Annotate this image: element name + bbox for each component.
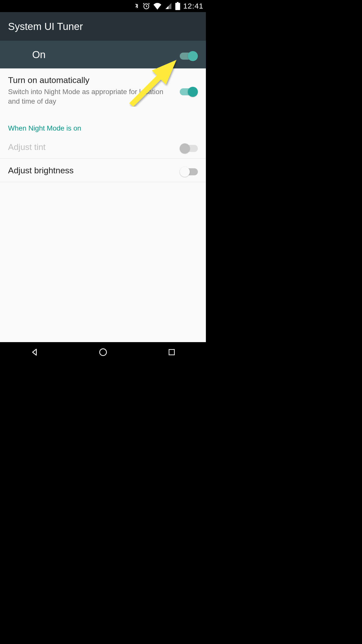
- svg-rect-2: [177, 2, 178, 3]
- app-bar: System UI Tuner: [0, 12, 206, 41]
- svg-rect-4: [169, 349, 174, 355]
- turn-on-automatically-switch[interactable]: [180, 85, 198, 95]
- turn-on-automatically-title: Turn on automatically: [8, 74, 174, 86]
- page-title: System UI Tuner: [8, 21, 83, 32]
- turn-on-automatically-subtitle: Switch into Night Mode as appropriate fo…: [8, 87, 174, 106]
- settings-content: Turn on automatically Switch into Night …: [0, 68, 206, 342]
- adjust-brightness-switch[interactable]: [180, 165, 198, 175]
- turn-on-automatically-text: Turn on automatically Switch into Night …: [8, 74, 180, 106]
- navigation-bar: [0, 342, 206, 362]
- turn-on-automatically-row[interactable]: Turn on automatically Switch into Night …: [0, 68, 206, 112]
- svg-rect-1: [175, 3, 180, 10]
- adjust-brightness-row[interactable]: Adjust brightness: [0, 159, 206, 182]
- wifi-icon: [153, 3, 162, 10]
- section-header-text: When Night Mode is on: [8, 124, 81, 132]
- adjust-brightness-text: Adjust brightness: [8, 165, 180, 176]
- master-toggle-label: On: [32, 49, 46, 60]
- bluetooth-icon: [134, 2, 140, 10]
- nav-back-button[interactable]: [27, 345, 42, 360]
- master-toggle-switch[interactable]: [180, 50, 198, 60]
- section-header: When Night Mode is on: [0, 112, 206, 135]
- svg-point-3: [100, 349, 106, 356]
- adjust-tint-switch: [180, 142, 198, 152]
- adjust-tint-text: Adjust tint: [8, 141, 180, 152]
- status-bar: 12:41: [0, 0, 206, 12]
- adjust-tint-row: Adjust tint: [0, 135, 206, 158]
- nav-recent-button[interactable]: [164, 345, 179, 360]
- adjust-brightness-title: Adjust brightness: [8, 165, 174, 176]
- screen: 12:41 System UI Tuner On Turn on automat…: [0, 0, 206, 362]
- divider: [0, 182, 206, 182]
- master-toggle-row[interactable]: On: [0, 41, 206, 68]
- cellular-signal-icon: [165, 3, 172, 10]
- nav-home-button[interactable]: [96, 345, 111, 360]
- battery-icon: [175, 2, 180, 10]
- alarm-icon: [143, 2, 150, 10]
- status-clock: 12:41: [183, 2, 203, 10]
- adjust-tint-title: Adjust tint: [8, 141, 174, 152]
